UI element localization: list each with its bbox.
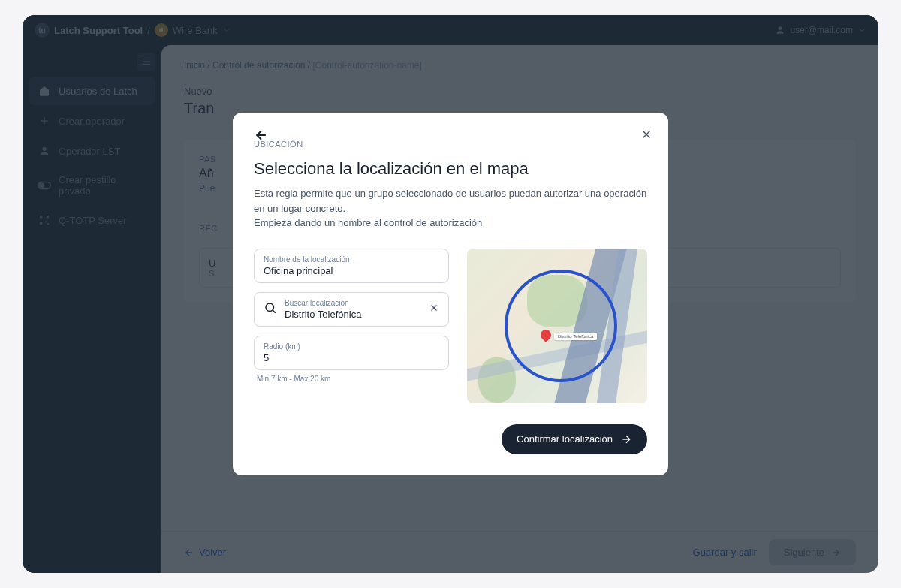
modal-close-button[interactable] (640, 128, 653, 144)
app-frame: tu Latch Support Tool / Wire Bank user@m… (23, 15, 878, 573)
input-value: 5 (264, 352, 439, 363)
location-modal: UBICACIÓN Selecciona la localización en … (233, 113, 668, 475)
modal-section-label: UBICACIÓN (254, 140, 647, 149)
modal-title: Selecciona la localización en el mapa (254, 159, 647, 179)
clear-search-button[interactable] (429, 303, 439, 316)
close-icon (640, 128, 653, 141)
confirm-location-button[interactable]: Confirmar localización (502, 424, 647, 454)
map-pin-label: Distrito Telefónica (554, 333, 597, 340)
modal-overlay: UBICACIÓN Selecciona la localización en … (23, 15, 878, 573)
map-container[interactable]: Distrito Telefónica (467, 249, 647, 403)
input-value: Oficina principal (264, 265, 439, 276)
modal-description: Esta regla permite que un grupo seleccio… (254, 186, 647, 231)
arrow-left-icon (254, 128, 269, 143)
map-pin-icon (541, 330, 551, 340)
input-label: Buscar localización (285, 299, 439, 307)
modal-form: Nombre de la localización Oficina princi… (254, 249, 449, 403)
radius-hint: Min 7 km - Max 20 km (257, 375, 449, 383)
input-value: Distrito Telefónica (285, 309, 439, 320)
svg-point-21 (266, 303, 274, 312)
confirm-label: Confirmar localización (517, 433, 613, 445)
modal-body: Nombre de la localización Oficina princi… (254, 249, 647, 403)
svg-line-22 (273, 310, 275, 312)
map-radius-circle (505, 270, 617, 382)
close-icon (429, 303, 439, 313)
input-label: Radio (km) (264, 342, 439, 351)
arrow-right-icon (620, 433, 632, 445)
location-search-input[interactable]: Buscar localización Distrito Telefónica (254, 292, 449, 327)
location-name-input[interactable]: Nombre de la localización Oficina princi… (254, 249, 449, 283)
modal-footer: Confirmar localización (254, 424, 647, 454)
map-preview[interactable]: Distrito Telefónica (467, 249, 647, 403)
search-icon (264, 301, 277, 318)
radius-input[interactable]: Radio (km) 5 (254, 336, 449, 370)
modal-back-button[interactable] (254, 128, 269, 146)
input-label: Nombre de la localización (264, 255, 439, 264)
